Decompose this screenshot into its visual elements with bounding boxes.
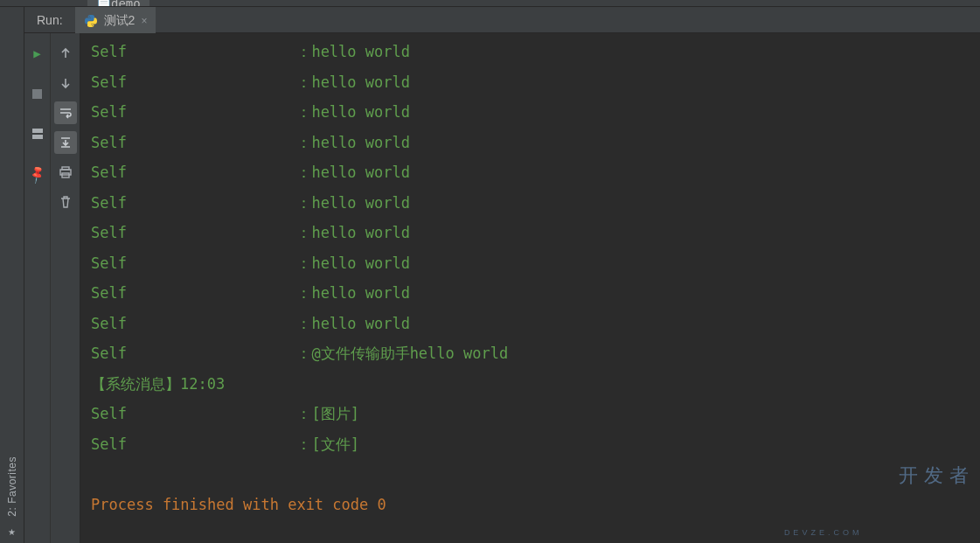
console-output[interactable]: Self ：hello world Self ：hello world Self… (80, 33, 980, 543)
output-line: Self ：hello world (91, 43, 410, 60)
run-window-header: Run: 测试2 × (24, 7, 980, 33)
rerun-button[interactable]: ▶ (26, 42, 49, 65)
file-tab-label: demo (111, 0, 141, 6)
scroll-to-end-button[interactable] (54, 131, 77, 154)
console-actions-column (51, 33, 80, 543)
output-line: Self ：hello world (91, 103, 410, 121)
file-icon: 📄 (96, 0, 111, 6)
output-line: Self ：hello world (91, 164, 410, 181)
arrow-down-icon[interactable] (54, 72, 77, 94)
output-line: Self ：hello world (91, 73, 410, 91)
output-line: Self ：@文件传输助手hello world (91, 345, 508, 362)
output-line: Self ：hello world (91, 254, 410, 272)
brand-line2: DEVZE.COM (784, 518, 975, 543)
output-line: Self ：[图片] (91, 405, 359, 422)
output-line: Self ：[文件] (91, 435, 359, 453)
output-line: Self ：hello world (91, 134, 410, 151)
trash-button[interactable] (54, 191, 77, 213)
brand-watermark: 开发者 DEVZE.COM (784, 431, 975, 544)
brand-line1: 开发者 (899, 464, 975, 486)
output-line: Self ：hello world (91, 284, 410, 302)
close-icon[interactable]: × (141, 15, 147, 27)
arrow-up-icon[interactable] (54, 42, 77, 65)
stop-button[interactable] (26, 82, 49, 105)
output-line: Self ：hello world (91, 224, 410, 241)
favorites-tool-window[interactable]: 2: Favorites (6, 456, 18, 517)
pin-button[interactable]: 📌 (26, 163, 49, 185)
exit-line: Process finished with exit code 0 (91, 496, 386, 513)
run-label: Run: (37, 13, 63, 27)
run-tab-label: 测试2 (104, 13, 136, 29)
left-tool-rail: 2: Favorites ★ (0, 7, 24, 543)
output-line: Self ：hello world (91, 194, 410, 212)
output-line: 【系统消息】12:03 (91, 375, 225, 393)
file-tab-demo[interactable]: 📄 demo (87, 0, 149, 6)
run-actions-column: ▶ 📌 (24, 33, 51, 543)
print-button[interactable] (54, 161, 77, 184)
run-config-tab[interactable]: 测试2 × (75, 7, 156, 33)
output-line: Self ：hello world (91, 315, 410, 332)
layout-button[interactable] (26, 122, 49, 145)
python-icon (84, 14, 98, 28)
soft-wrap-button[interactable] (54, 101, 77, 124)
star-icon[interactable]: ★ (8, 524, 15, 538)
